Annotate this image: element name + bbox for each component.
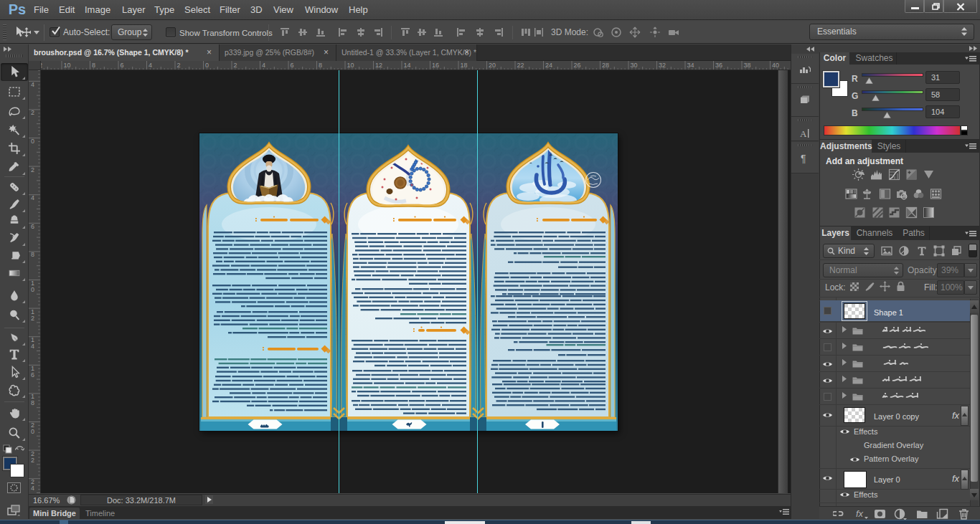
svg-text:12: 12 [41, 62, 42, 69]
svg-text:10: 10 [64, 62, 71, 69]
svg-text:36: 36 [715, 62, 722, 69]
svg-text:0: 0 [31, 138, 34, 145]
svg-text:8: 8 [31, 251, 34, 258]
svg-text:4: 4 [31, 343, 34, 350]
svg-text:20: 20 [489, 62, 496, 69]
svg-text:8: 8 [92, 62, 95, 69]
svg-text:12: 12 [375, 62, 382, 69]
svg-text:6: 6 [291, 62, 294, 69]
svg-text:24: 24 [545, 62, 552, 69]
svg-text:6: 6 [31, 371, 34, 378]
svg-text:4: 4 [149, 62, 152, 69]
svg-text:2: 2 [31, 166, 34, 173]
svg-text:2: 2 [177, 62, 181, 69]
svg-text:4: 4 [31, 81, 34, 88]
svg-text:2: 2 [31, 109, 34, 116]
svg-text:32: 32 [659, 62, 666, 69]
svg-text:2: 2 [31, 315, 34, 322]
svg-text:0: 0 [205, 62, 209, 69]
svg-text:38: 38 [744, 62, 751, 69]
svg-text:26: 26 [574, 62, 581, 69]
svg-text:8: 8 [319, 62, 322, 69]
svg-text:30: 30 [631, 62, 638, 69]
svg-text:4: 4 [31, 485, 34, 492]
svg-text:10: 10 [347, 62, 354, 69]
svg-text:40: 40 [772, 62, 779, 69]
svg-text:4: 4 [262, 62, 265, 69]
svg-text:0: 0 [31, 286, 34, 293]
svg-text:4: 4 [31, 194, 34, 201]
svg-text:fx: fx [856, 508, 864, 519]
svg-text:¶: ¶ [801, 153, 806, 164]
svg-text:16: 16 [432, 62, 439, 69]
svg-text:22: 22 [517, 62, 524, 69]
svg-text:A: A [800, 128, 807, 139]
svg-text:34: 34 [687, 62, 694, 69]
svg-text:0: 0 [31, 428, 34, 435]
svg-text:2: 2 [31, 457, 34, 464]
svg-text:2: 2 [234, 62, 237, 69]
svg-text:8: 8 [31, 399, 34, 406]
svg-text:28: 28 [602, 62, 609, 69]
svg-text:6: 6 [121, 62, 124, 69]
svg-text:6: 6 [31, 223, 34, 230]
svg-text:14: 14 [404, 62, 411, 69]
svg-text:18: 18 [461, 62, 468, 69]
